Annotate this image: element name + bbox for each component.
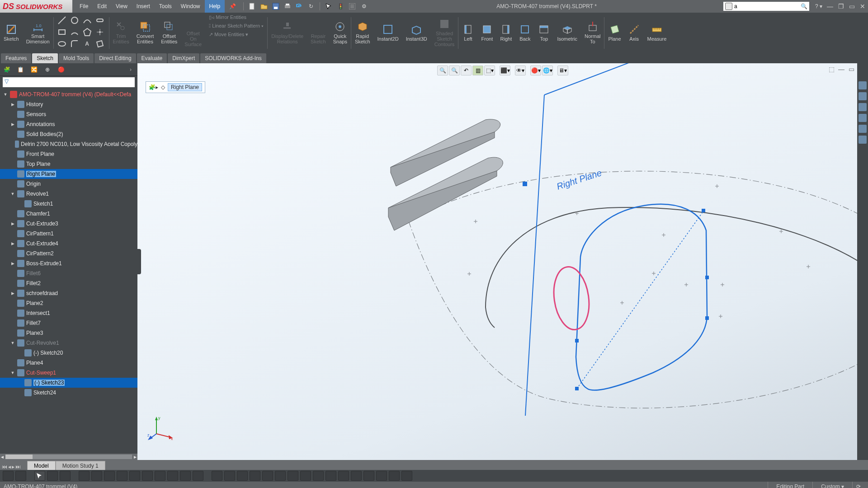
tab-mold[interactable]: Mold Tools [59, 53, 94, 63]
search-scope-icon[interactable] [725, 3, 732, 10]
plane-tool-icon[interactable] [94, 39, 105, 49]
tab-model[interactable]: Model [27, 461, 56, 470]
bt-icon[interactable] [180, 471, 191, 481]
sketch-button[interactable]: Sketch [0, 14, 23, 51]
bt-icon[interactable] [155, 471, 165, 481]
bt-icon[interactable] [224, 471, 235, 481]
menu-pin-icon[interactable]: 📌 [225, 0, 241, 13]
bt-icon[interactable] [389, 471, 400, 481]
taskpane-custom-icon[interactable] [859, 125, 867, 133]
feature-tree-tab-icon[interactable]: 🧩 [2, 65, 12, 75]
menu-window[interactable]: Window [176, 0, 205, 13]
bt-icon[interactable] [351, 471, 362, 481]
taskpane-appear-icon[interactable] [859, 114, 867, 122]
tree-item[interactable]: CirPattern1 [0, 229, 137, 239]
redo-icon[interactable]: ↻ [306, 1, 316, 11]
tree-item[interactable]: ▼Cut-Sweep1 [0, 368, 137, 378]
close-icon[interactable]: ✕ [858, 2, 867, 11]
bt-icon[interactable] [376, 471, 387, 481]
h-scrollbar[interactable]: ◂▸ [0, 454, 137, 460]
tab-direct[interactable]: Direct Editing [94, 53, 136, 63]
bt-icon[interactable] [275, 471, 286, 481]
bt-icon[interactable] [363, 471, 374, 481]
appearance-tab-icon[interactable]: 🔴 [56, 65, 66, 75]
tree-item[interactable]: ▶schroefdraad [0, 288, 137, 298]
tab-nav-next-icon[interactable]: ▸ [12, 464, 14, 470]
menu-help[interactable]: Help [205, 0, 225, 13]
tree-item[interactable]: Front Plane [0, 149, 137, 159]
spline-tool-icon[interactable] [82, 15, 93, 25]
tree-item[interactable]: Delrin 2700 NC010, Low Viscosity Acetal … [0, 139, 137, 149]
menu-tools[interactable]: Tools [155, 0, 176, 13]
open-icon[interactable] [259, 1, 269, 11]
save-icon[interactable] [271, 1, 281, 11]
tree-item[interactable]: ▶Boss-Extrude1 [0, 258, 137, 268]
axis-button[interactable]: Axis [625, 14, 644, 51]
tab-motion[interactable]: Motion Study 1 [56, 461, 105, 470]
scene-canvas[interactable]: Right Plane [137, 63, 868, 460]
tree-item[interactable]: Plane2 [0, 298, 137, 308]
view-front-button[interactable]: Front [477, 14, 496, 51]
settings-icon[interactable]: ⚙ [359, 1, 369, 11]
tree-item[interactable]: Plane4 [0, 358, 137, 368]
tab-nav-first-icon[interactable]: ⏮ [2, 464, 7, 470]
tree-item[interactable]: Origin [0, 179, 137, 189]
tree-item[interactable]: Solid Bodies(2) [0, 129, 137, 139]
select-icon[interactable] [324, 1, 334, 11]
tab-sketch[interactable]: Sketch [32, 53, 58, 63]
rebuild-icon[interactable]: 🚦 [335, 1, 345, 11]
status-rebuild-icon[interactable]: ⟳ [852, 482, 864, 488]
tree-item[interactable]: Fillet2 [0, 278, 137, 288]
bt-icon[interactable] [142, 471, 153, 481]
bt-icon[interactable] [91, 471, 102, 481]
panel-expand-icon[interactable]: › [126, 65, 136, 75]
bt-icon[interactable] [3, 471, 14, 481]
bt-icon[interactable] [288, 471, 298, 481]
rect-tool-icon[interactable] [57, 27, 67, 37]
menu-view[interactable]: View [111, 0, 132, 13]
tree-item[interactable]: ▶Cut-Extrude3 [0, 219, 137, 229]
tab-dimxpert[interactable]: DimXpert [168, 53, 199, 63]
arc-tool-icon[interactable] [69, 27, 80, 37]
circle-tool-icon[interactable] [69, 15, 80, 25]
status-units[interactable]: Custom ▾ [812, 482, 852, 488]
bt-icon[interactable] [193, 471, 203, 481]
view-right-button[interactable]: Right [496, 14, 515, 51]
tree-item[interactable]: Sensors [0, 109, 137, 119]
convert-button[interactable]: Convert Entities [133, 14, 158, 51]
tree-item[interactable]: ▼Revolve1 [0, 189, 137, 199]
bt-icon[interactable] [47, 471, 58, 481]
tree-item[interactable]: CirPattern2 [0, 249, 137, 258]
taskpane-prop-icon[interactable] [859, 103, 867, 111]
fillet-tool-icon[interactable] [69, 39, 80, 49]
measure-button[interactable]: Measure [644, 14, 670, 51]
orientation-triad[interactable]: y x z [147, 415, 175, 442]
tree-item[interactable]: Right Plane [0, 169, 137, 179]
instant2d-button[interactable]: Instant2D [374, 14, 402, 51]
plane-button[interactable]: Plane [604, 14, 624, 51]
view-iso-button[interactable]: Isometric [553, 14, 581, 51]
property-tab-icon[interactable]: 📋 [15, 65, 25, 75]
tab-addins[interactable]: SOLIDWORKS Add-Ins [200, 53, 266, 63]
instant3d-button[interactable]: Instant3D [402, 14, 431, 51]
line-tool-icon[interactable] [57, 15, 67, 25]
tree-item[interactable]: Fillet7 [0, 318, 137, 328]
tree-root[interactable]: ▼AMO-TROM-407 trommel (V4) (Default<<Def… [0, 89, 137, 99]
restore-icon[interactable]: ❐ [836, 2, 845, 11]
view-back-button[interactable]: Back [515, 14, 534, 51]
tab-features[interactable]: Features [1, 53, 31, 63]
tree-item[interactable]: ▶Cut-Extrude4 [0, 239, 137, 249]
bt-icon[interactable] [401, 471, 412, 481]
options-list-icon[interactable] [347, 1, 357, 11]
menu-edit[interactable]: Edit [93, 0, 111, 13]
tab-nav-last-icon[interactable]: ⏭ [15, 464, 21, 470]
smart-dimension-button[interactable]: 1.0Smart Dimension [23, 14, 53, 51]
tree-item[interactable]: Plane3 [0, 328, 137, 338]
view-top-button[interactable]: Top [534, 14, 553, 51]
tree-item[interactable]: (-) Sketch20 [0, 348, 137, 358]
tree-item[interactable]: Sketch1 [0, 199, 137, 209]
slot-tool-icon[interactable] [94, 15, 105, 25]
bt-icon[interactable] [79, 471, 90, 481]
tree-item[interactable]: Chamfer1 [0, 209, 137, 219]
taskpane-forum-icon[interactable] [859, 136, 867, 144]
